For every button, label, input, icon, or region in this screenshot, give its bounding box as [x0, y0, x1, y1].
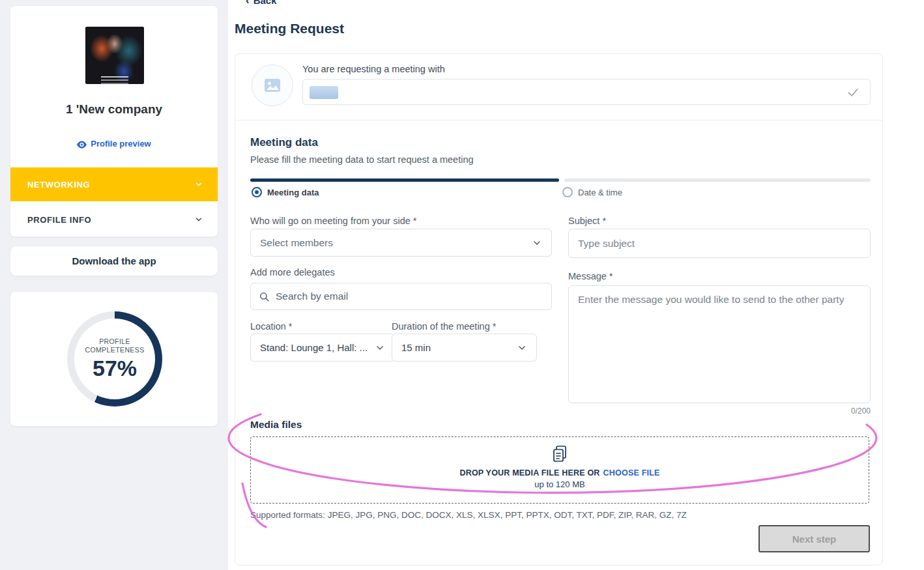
- next-step-button[interactable]: Next step: [758, 525, 870, 552]
- next-step-label: Next step: [792, 534, 837, 545]
- chevron-down-icon: [194, 215, 203, 224]
- page: 1 'New company Profile preview NETWORKIN…: [0, 0, 924, 570]
- duration-select[interactable]: 15 min: [392, 334, 537, 362]
- recipient-name-chip: [310, 86, 338, 99]
- download-app-button[interactable]: Download the app: [10, 246, 218, 276]
- members-value: Select members: [260, 237, 532, 249]
- subject-label: Subject *: [568, 216, 606, 226]
- download-app-label: Download the app: [72, 255, 156, 266]
- sidebar-item-profile-info[interactable]: PROFILE INFO: [10, 201, 218, 237]
- message-label: Message *: [568, 271, 613, 281]
- sidebar-item-label: NETWORKING: [27, 180, 194, 190]
- sidebar-item-label: PROFILE INFO: [27, 215, 194, 225]
- step-date-time[interactable]: Date & time: [562, 187, 622, 197]
- duration-label: Duration of the meeting *: [392, 321, 496, 332]
- copy-documents-icon: [251, 445, 869, 466]
- message-textarea[interactable]: [568, 285, 871, 403]
- image-icon: [264, 78, 281, 93]
- company-name: 1 'New company: [10, 102, 218, 117]
- progress-bar-active: [250, 178, 559, 182]
- drop-text: DROP YOUR MEDIA FILE HERE OR: [459, 468, 599, 477]
- company-logo: [85, 27, 144, 84]
- radio-selected-icon: [252, 187, 262, 197]
- completeness-value: 57%: [93, 356, 137, 381]
- subject-input[interactable]: [568, 229, 871, 258]
- back-label: Back: [253, 0, 277, 6]
- supported-formats-list: JPEG, JPG, PNG, DOC, DOCX, XLS, XLSX, PP…: [328, 510, 687, 520]
- eye-icon: [77, 141, 87, 149]
- search-icon: [259, 291, 270, 302]
- page-title: Meeting Request: [235, 21, 344, 36]
- supported-formats-label: Supported formats:: [250, 510, 325, 520]
- meeting-data-title: Meeting data: [250, 136, 318, 149]
- chevron-down-icon: [532, 238, 542, 248]
- completeness-card: PROFILE COMPLETENESS 57%: [10, 291, 218, 427]
- duration-value: 15 min: [401, 342, 517, 353]
- step-meeting-data[interactable]: Meeting data: [252, 187, 319, 197]
- media-dropzone[interactable]: DROP YOUR MEDIA FILE HERE ORCHOOSE FILE …: [250, 436, 869, 504]
- progress-bar-inactive: [564, 178, 871, 182]
- message-counter: 0/200: [568, 406, 871, 416]
- size-limit: up to 120 MB: [251, 479, 869, 489]
- supported-formats: Supported formats:JPEG, JPG, PNG, DOC, D…: [250, 510, 687, 520]
- delegates-search-field[interactable]: [250, 283, 552, 310]
- location-select[interactable]: Stand: Lounge 1, Hall: ...: [250, 334, 395, 362]
- meeting-request-card: You are requesting a meeting with Meetin…: [235, 53, 883, 565]
- step-label: Meeting data: [267, 188, 319, 197]
- chevron-down-icon: [375, 343, 385, 353]
- recipient-field[interactable]: [302, 79, 871, 105]
- media-files-title: Media files: [250, 419, 302, 431]
- chevron-down-icon: [517, 343, 527, 353]
- location-value: Stand: Lounge 1, Hall: ...: [260, 342, 375, 353]
- step-label: Date & time: [578, 188, 622, 197]
- chevron-left-icon: ‹: [246, 0, 250, 7]
- location-label: Location *: [250, 321, 293, 332]
- completeness-label-line2: COMPLETENESS: [85, 346, 144, 354]
- profile-preview-link[interactable]: Profile preview: [10, 139, 218, 149]
- company-card: 1 'New company Profile preview NETWORKIN…: [10, 5, 218, 237]
- divider: [235, 120, 882, 121]
- back-link[interactable]: ‹Back: [246, 0, 277, 7]
- delegates-label: Add more delegates: [250, 267, 335, 278]
- avatar: [252, 64, 293, 106]
- members-label: Who will go on meeting from your side *: [250, 216, 416, 226]
- sidebar-item-networking[interactable]: NETWORKING: [10, 167, 218, 201]
- radio-unselected-icon: [562, 187, 573, 197]
- members-select[interactable]: Select members: [250, 229, 552, 257]
- chevron-down-icon: [194, 180, 203, 189]
- choose-file-link[interactable]: CHOOSE FILE: [603, 468, 660, 477]
- delegates-search-input[interactable]: [276, 291, 543, 302]
- sidebar: 1 'New company Profile preview NETWORKIN…: [0, 0, 228, 570]
- check-icon: [846, 86, 859, 102]
- recipient-label: You are requesting a meeting with: [302, 64, 445, 74]
- profile-preview-label: Profile preview: [91, 139, 151, 149]
- completeness-ring: PROFILE COMPLETENESS 57%: [67, 311, 162, 406]
- completeness-label-line1: PROFILE: [99, 337, 130, 346]
- meeting-data-subtitle: Please fill the meeting data to start re…: [250, 154, 474, 165]
